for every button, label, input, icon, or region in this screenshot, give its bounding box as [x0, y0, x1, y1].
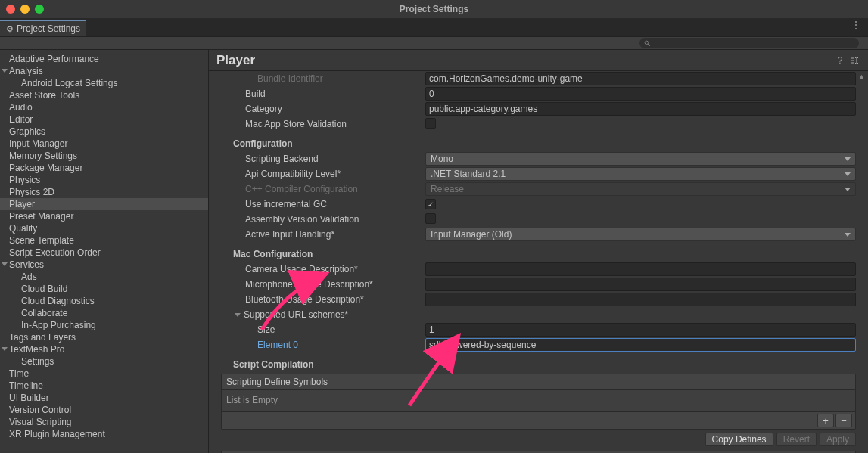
list-remove-button[interactable]: −	[835, 414, 852, 427]
supported-url-schemes-foldout[interactable]: Supported URL schemes*	[221, 307, 856, 322]
sidebar-item-cloud-build[interactable]: Cloud Build	[0, 283, 208, 295]
scripting-define-symbols-label: Scripting Define Symbols	[222, 374, 855, 390]
camera-usage-label: Camera Usage Description*	[221, 264, 425, 275]
api-compat-dropdown[interactable]: .NET Standard 2.1	[425, 167, 856, 181]
sidebar-item-package-manager[interactable]: Package Manager	[0, 162, 208, 174]
sidebar-item-tags-layers[interactable]: Tags and Layers	[0, 331, 208, 343]
tab-project-settings[interactable]: ⚙ Project Settings	[0, 20, 86, 36]
tab-menu-icon[interactable]: ⋮	[851, 21, 862, 29]
sidebar-item-textmesh-pro[interactable]: TextMesh Pro	[0, 343, 208, 355]
url-scheme-element0-label[interactable]: Element 0	[221, 340, 425, 350]
sidebar-item-services[interactable]: Services	[0, 259, 208, 271]
sidebar-item-android-logcat[interactable]: Android Logcat Settings	[0, 77, 208, 89]
apply-button[interactable]: Apply	[820, 433, 856, 446]
sidebar-item-analysis[interactable]: Analysis	[0, 65, 208, 77]
cpp-compiler-dropdown: Release	[425, 182, 856, 196]
sidebar-item-quality[interactable]: Quality	[0, 222, 208, 234]
assembly-validation-label: Assembly Version Validation	[221, 214, 425, 225]
window-title: Project Settings	[0, 4, 868, 14]
sidebar-item-physics-2d[interactable]: Physics 2D	[0, 186, 208, 198]
content-header: Player ?	[209, 50, 868, 71]
bundle-identifier-label: Bundle Identifier	[221, 73, 425, 84]
scripting-backend-label: Scripting Backend	[221, 154, 425, 164]
help-icon[interactable]: ?	[835, 55, 845, 66]
tabbar: ⚙ Project Settings ⋮	[0, 18, 868, 36]
settings-preset-icon[interactable]	[850, 55, 860, 66]
sidebar-item-xr-plugin-management[interactable]: XR Plugin Management	[0, 428, 208, 440]
category-input[interactable]: public.app-category.games	[425, 102, 856, 116]
sidebar-item-player[interactable]: Player	[0, 198, 208, 210]
script-compilation-section-label: Script Compilation	[221, 357, 856, 372]
search-icon	[644, 40, 651, 47]
sidebar-item-time[interactable]: Time	[0, 368, 208, 380]
url-scheme-element0-input[interactable]: sdk-powered-by-sequence	[425, 338, 856, 352]
tab-label: Project Settings	[17, 23, 80, 34]
sidebar-item-memory-settings[interactable]: Memory Settings	[0, 150, 208, 162]
sidebar-item-physics[interactable]: Physics	[0, 174, 208, 186]
sidebar-item-input-manager[interactable]: Input Manager	[0, 138, 208, 150]
toolbar	[0, 36, 868, 50]
build-label: Build	[221, 88, 425, 99]
sidebar-item-textmesh-settings[interactable]: Settings	[0, 355, 208, 368]
gear-icon: ⚙	[6, 24, 14, 34]
url-scheme-size-label: Size	[221, 324, 425, 335]
page-title: Player	[216, 53, 255, 68]
sidebar-item-script-execution-order[interactable]: Script Execution Order	[0, 247, 208, 259]
mac-app-store-checkbox[interactable]	[425, 118, 436, 129]
incremental-gc-label: Use incremental GC	[221, 199, 425, 209]
sidebar-item-asset-store-tools[interactable]: Asset Store Tools	[0, 89, 208, 101]
sidebar-item-timeline[interactable]: Timeline	[0, 380, 208, 392]
cpp-compiler-label: C++ Compiler Configuration	[221, 184, 425, 194]
sidebar-item-ui-builder[interactable]: UI Builder	[0, 392, 208, 404]
svg-line-1	[648, 44, 650, 46]
supported-url-schemes-label: Supported URL schemes*	[244, 309, 348, 320]
search-input[interactable]	[639, 38, 859, 48]
api-compat-label: Api Compatibility Level*	[221, 169, 425, 179]
svg-point-0	[645, 41, 649, 45]
list-add-button[interactable]: +	[817, 414, 834, 427]
configuration-section-label: Configuration	[221, 136, 856, 151]
microphone-usage-label: Microphone Usage Description*	[221, 279, 425, 290]
scripting-backend-dropdown[interactable]: Mono	[425, 152, 856, 166]
revert-button[interactable]: Revert	[776, 433, 817, 446]
active-input-handling-label: Active Input Handling*	[221, 229, 425, 240]
bundle-identifier-input[interactable]: com.HorizonGames.demo-unity-game	[425, 72, 856, 85]
scripting-define-symbols-list: Scripting Define Symbols List is Empty +…	[221, 374, 856, 430]
sidebar-item-preset-manager[interactable]: Preset Manager	[0, 210, 208, 222]
build-input[interactable]: 0	[425, 87, 856, 101]
sidebar-item-cloud-diagnostics[interactable]: Cloud Diagnostics	[0, 295, 208, 307]
sidebar-item-visual-scripting[interactable]: Visual Scripting	[0, 416, 208, 428]
assembly-validation-checkbox[interactable]	[425, 213, 436, 224]
sidebar-item-editor[interactable]: Editor	[0, 113, 208, 126]
mac-configuration-section-label: Mac Configuration	[221, 247, 856, 262]
active-input-handling-dropdown[interactable]: Input Manager (Old)	[425, 228, 856, 241]
category-label: Category	[221, 104, 425, 114]
sidebar-item-ads[interactable]: Ads	[0, 271, 208, 283]
bluetooth-usage-input[interactable]	[425, 293, 856, 306]
content-scroll[interactable]: Bundle Identifier com.HorizonGames.demo-…	[209, 71, 868, 453]
mac-app-store-label: Mac App Store Validation	[221, 119, 425, 129]
sidebar-item-version-control[interactable]: Version Control	[0, 404, 208, 416]
incremental-gc-checkbox[interactable]	[425, 199, 436, 209]
url-scheme-size-input[interactable]: 1	[425, 323, 856, 337]
sidebar-item-scene-template[interactable]: Scene Template	[0, 234, 208, 247]
copy-defines-button[interactable]: Copy Defines	[705, 433, 773, 446]
settings-sidebar: Adaptive Performance Analysis Android Lo…	[0, 50, 209, 453]
microphone-usage-input[interactable]	[425, 278, 856, 291]
sidebar-item-collaborate[interactable]: Collaborate	[0, 307, 208, 319]
window-titlebar: Project Settings	[0, 0, 868, 18]
content-panel: Player ? ▲ Bundle Identifier com.Horizon…	[209, 50, 868, 453]
list-empty-label: List is Empty	[222, 390, 855, 411]
bluetooth-usage-label: Bluetooth Usage Description*	[221, 294, 425, 305]
sidebar-item-audio[interactable]: Audio	[0, 101, 208, 113]
sidebar-item-adaptive-performance[interactable]: Adaptive Performance	[0, 53, 208, 65]
sidebar-item-graphics[interactable]: Graphics	[0, 126, 208, 138]
camera-usage-input[interactable]	[425, 262, 856, 276]
sidebar-item-in-app-purchasing[interactable]: In-App Purchasing	[0, 319, 208, 331]
